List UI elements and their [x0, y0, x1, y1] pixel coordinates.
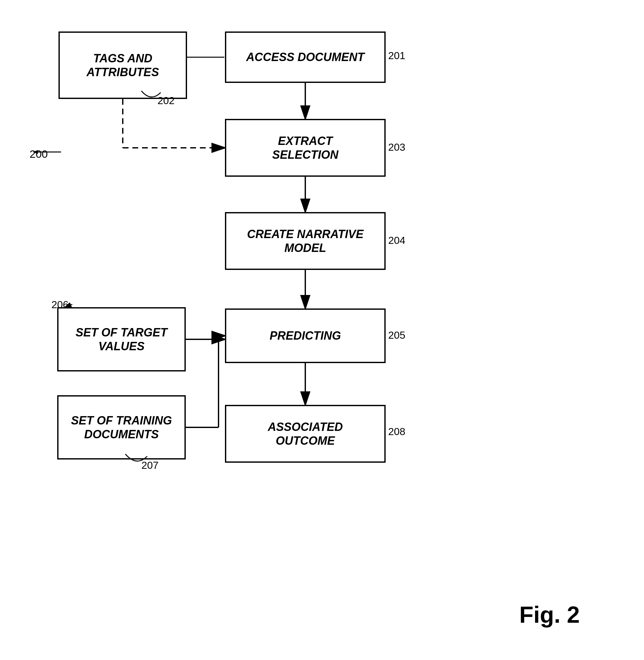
ref-203: 203 [388, 141, 405, 153]
set-of-target-values-label: SET OF TARGETVALUES [75, 326, 167, 353]
associated-outcome-box: ASSOCIATEDOUTCOME [225, 405, 386, 463]
set-of-target-values-box: SET OF TARGETVALUES [57, 307, 186, 372]
ref-207-arc [122, 452, 151, 470]
tags-attributes-label: TAGS AND ATTRIBUTES [60, 51, 186, 79]
svg-marker-15 [33, 150, 38, 154]
fig-label: Fig. 2 [519, 602, 580, 628]
tags-attributes-box: TAGS AND ATTRIBUTES [59, 31, 187, 99]
create-narrative-model-label: CREATE NARRATIVEMODEL [247, 227, 364, 255]
extract-selection-label: EXTRACTSELECTION [272, 134, 338, 162]
svg-line-13 [64, 304, 72, 307]
extract-selection-box: EXTRACTSELECTION [225, 119, 386, 177]
ref-204: 204 [388, 235, 405, 246]
set-of-training-documents-label: SET OF TRAININGDOCUMENTS [71, 414, 172, 441]
predicting-label: PREDICTING [270, 329, 341, 343]
diagram-container: TAGS AND ATTRIBUTES ACCESS DOCUMENT EXTR… [0, 0, 644, 660]
ref-200-arrow [32, 143, 71, 159]
access-document-label: ACCESS DOCUMENT [246, 50, 364, 64]
create-narrative-model-box: CREATE NARRATIVEMODEL [225, 212, 386, 270]
predicting-box: PREDICTING [225, 308, 386, 363]
associated-outcome-label: ASSOCIATEDOUTCOME [268, 420, 343, 448]
set-of-training-documents-box: SET OF TRAININGDOCUMENTS [57, 395, 186, 459]
ref-205: 205 [388, 329, 405, 341]
ref-206-arrow [63, 303, 75, 309]
access-document-box: ACCESS DOCUMENT [225, 31, 386, 83]
ref-202-arc [138, 89, 164, 105]
ref-201: 201 [388, 50, 405, 62]
ref-208: 208 [388, 426, 405, 438]
